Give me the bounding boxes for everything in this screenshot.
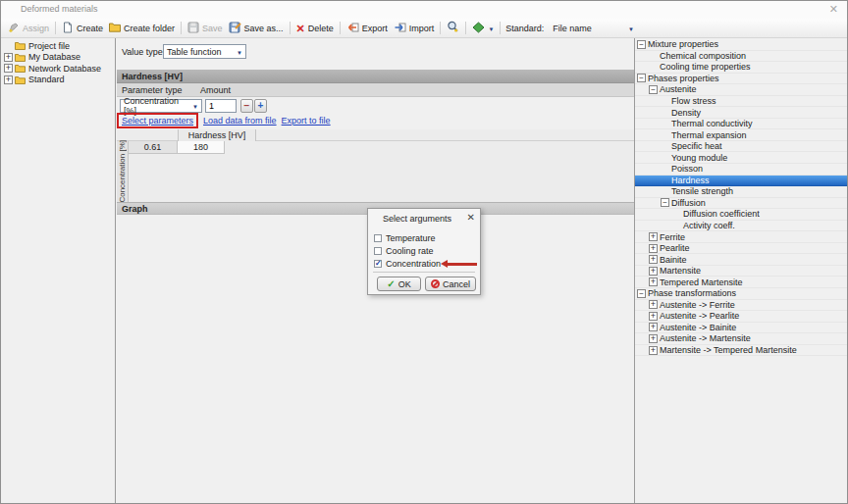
- cancel-button[interactable]: Cancel: [425, 277, 476, 291]
- left-tree-panel: Project file My Database Network Databas…: [1, 38, 116, 503]
- standard-dropdown[interactable]: File name: [544, 23, 636, 34]
- collapse-minus-icon[interactable]: [637, 74, 646, 82]
- tree-item-tempered-martensite[interactable]: Tempered Martensite: [635, 277, 848, 288]
- tree-item-bainite[interactable]: Bainite: [635, 254, 848, 266]
- tree-item-mixture-properties[interactable]: Mixture properties: [635, 39, 848, 51]
- tree-item-flow-stress[interactable]: Flow stress: [635, 96, 848, 108]
- collapse-minus-icon[interactable]: [637, 40, 646, 49]
- tree-item-thermal-expansion[interactable]: Thermal expansion: [635, 129, 848, 141]
- parameter-type-dropdown[interactable]: Concentration [%]: [120, 99, 202, 113]
- tree-item-chemical-composition[interactable]: Chemical composition: [635, 51, 848, 63]
- checkbox-unchecked-icon[interactable]: [374, 234, 382, 242]
- tree-item-ferrite[interactable]: Ferrite: [635, 231, 848, 243]
- left-tree-item-project-file[interactable]: Project file: [1, 40, 115, 52]
- tree-item-diffusion-coefficient[interactable]: Diffusion coefficient: [635, 209, 848, 221]
- save-icon: [187, 22, 199, 35]
- zoom-button[interactable]: [444, 20, 462, 36]
- cancel-label: Cancel: [443, 279, 470, 289]
- temperature-checkbox-row[interactable]: Temperature: [374, 232, 436, 243]
- export-to-file-link[interactable]: Export to file: [282, 116, 331, 126]
- collapse-minus-icon[interactable]: [649, 85, 658, 94]
- assign-button[interactable]: Assign: [5, 21, 52, 36]
- left-tree-item-network-database[interactable]: Network Database: [1, 63, 115, 75]
- select-parameters-link[interactable]: Select parameters: [122, 116, 193, 126]
- expand-plus-icon[interactable]: [649, 323, 658, 331]
- folder-icon: [15, 53, 26, 62]
- expand-plus-icon[interactable]: [649, 334, 658, 343]
- values-table: Hardness [HV] Concentration [%] 0.61 180: [117, 129, 634, 202]
- expand-plus-icon[interactable]: [649, 346, 658, 355]
- expand-plus-icon[interactable]: [4, 76, 13, 84]
- row-axis-column: Concentration [%]: [117, 141, 129, 202]
- expand-plus-icon[interactable]: [649, 277, 658, 286]
- export-button[interactable]: Export: [344, 21, 391, 36]
- tree-item-martensite-tempered-martensite[interactable]: Martensite -> Tempered Martensite: [635, 345, 848, 357]
- concentration-checkbox-row[interactable]: Concentration: [374, 258, 441, 269]
- tree-item-young-module[interactable]: Young module: [635, 152, 848, 164]
- amount-input[interactable]: [205, 99, 237, 113]
- delete-button[interactable]: ✕ Delete: [293, 23, 337, 34]
- tree-item-poisson[interactable]: Poisson: [635, 164, 848, 176]
- concentration-label: Concentration: [386, 259, 441, 269]
- left-tree-item-standard[interactable]: Standard: [1, 75, 115, 86]
- tree-item-diffusion[interactable]: Diffusion: [635, 198, 848, 210]
- section-header: Hardness [HV]: [117, 70, 634, 83]
- tree-item-martensite[interactable]: Martensite: [635, 266, 848, 277]
- tree-item-thermal-conductivity[interactable]: Thermal conductivity: [635, 119, 848, 130]
- tree-item-austenite-pearlite[interactable]: Austenite -> Pearlite: [635, 311, 848, 323]
- tree-item-pearlite[interactable]: Pearlite: [635, 243, 848, 255]
- checkbox-checked-icon[interactable]: [374, 260, 382, 268]
- delete-label: Delete: [308, 24, 334, 33]
- tree-item-tensile-strength[interactable]: Tensile strength: [635, 186, 848, 198]
- create-folder-label: Create folder: [124, 24, 175, 33]
- red-arrow-annotation: [441, 260, 477, 268]
- database-button[interactable]: [469, 21, 497, 36]
- toolbar-separator: [500, 22, 501, 34]
- red-highlight-box: Select parameters: [117, 113, 198, 128]
- toolbar-separator: [55, 22, 56, 34]
- amount-label: Amount: [200, 85, 231, 95]
- expand-plus-icon[interactable]: [649, 312, 658, 321]
- tree-item-austenite-bainite[interactable]: Austenite -> Bainite: [635, 323, 848, 334]
- import-button[interactable]: Import: [391, 21, 438, 36]
- decrease-button[interactable]: −: [240, 99, 253, 113]
- load-data-from-file-link[interactable]: Load data from file: [203, 116, 277, 126]
- expand-plus-icon[interactable]: [649, 300, 658, 309]
- tree-item-austenite-ferrite[interactable]: Austenite -> Ferrite: [635, 300, 848, 312]
- tree-item-austenite[interactable]: Austenite: [635, 84, 848, 96]
- increase-button[interactable]: +: [254, 99, 267, 113]
- expand-plus-icon[interactable]: [4, 64, 13, 73]
- table-row-header[interactable]: 0.61: [129, 141, 178, 154]
- save-button[interactable]: Save: [185, 21, 226, 36]
- dialog-close-icon[interactable]: ✕: [467, 212, 475, 223]
- cooling-rate-checkbox-row[interactable]: Cooling rate: [374, 245, 434, 256]
- tree-item-specific-heat[interactable]: Specific heat: [635, 141, 848, 153]
- expand-plus-icon[interactable]: [649, 244, 658, 253]
- value-type-dropdown[interactable]: Table function: [163, 44, 246, 59]
- save-as-icon: [229, 22, 241, 35]
- tree-item-hardness-selected[interactable]: Hardness: [635, 176, 848, 187]
- expand-plus-icon[interactable]: [649, 255, 658, 264]
- expand-plus-icon[interactable]: [4, 53, 13, 62]
- expand-plus-icon[interactable]: [649, 232, 658, 241]
- table-column-header: Hardness [HV]: [178, 129, 256, 141]
- temperature-label: Temperature: [386, 233, 436, 243]
- create-button[interactable]: Create: [59, 21, 106, 36]
- save-as-button[interactable]: Save as...: [226, 21, 287, 36]
- tree-item-phase-transformations[interactable]: Phase transformations: [635, 288, 848, 300]
- table-cell[interactable]: 180: [178, 141, 225, 154]
- ok-button[interactable]: ✓ OK: [377, 277, 421, 291]
- collapse-minus-icon[interactable]: [637, 289, 646, 298]
- tree-item-density[interactable]: Density: [635, 107, 848, 119]
- left-tree-item-my-database[interactable]: My Database: [1, 52, 115, 64]
- tree-item-phases-properties[interactable]: Phases properties: [635, 74, 848, 85]
- expand-plus-icon[interactable]: [649, 267, 658, 276]
- collapse-minus-icon[interactable]: [661, 198, 669, 207]
- tree-item-austenite-martensite[interactable]: Austenite -> Martensite: [635, 333, 848, 345]
- close-icon[interactable]: ✕: [829, 3, 838, 16]
- tree-item-activity-coeff[interactable]: Activity coeff.: [635, 221, 848, 232]
- create-folder-button[interactable]: Create folder: [106, 21, 178, 35]
- standard-value: File name: [553, 24, 592, 33]
- checkbox-unchecked-icon[interactable]: [374, 247, 382, 255]
- tree-item-cooling-time-properties[interactable]: Cooling time properties: [635, 62, 848, 74]
